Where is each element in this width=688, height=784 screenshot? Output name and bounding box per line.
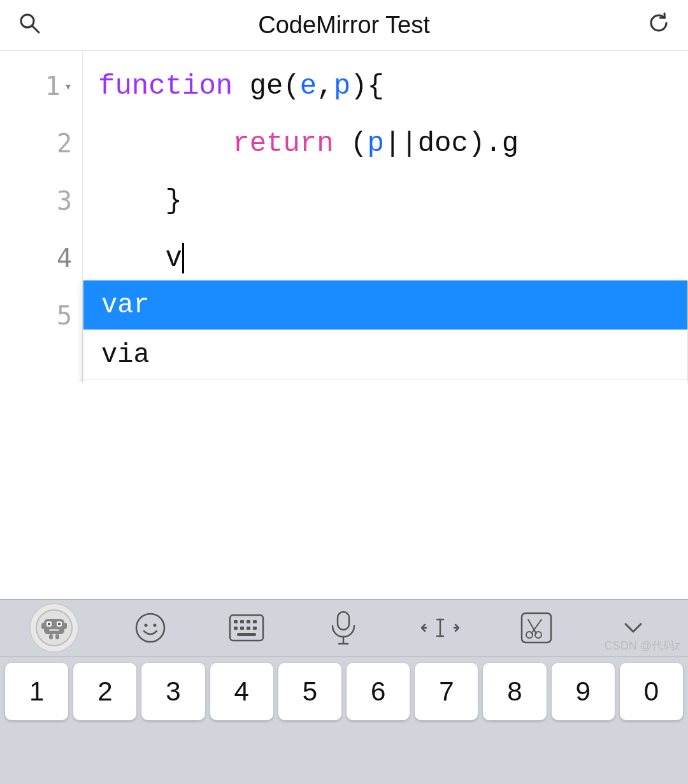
fold-arrow[interactable]: ▾ xyxy=(64,78,72,94)
emoji-button[interactable] xyxy=(125,607,176,648)
line-number-5: 5 xyxy=(0,287,82,344)
svg-rect-23 xyxy=(247,627,250,630)
line-number-2: 2 xyxy=(0,115,82,172)
svg-rect-20 xyxy=(253,620,257,623)
svg-rect-19 xyxy=(247,620,250,623)
num-key-1[interactable]: 1 xyxy=(5,663,68,720)
num-key-9[interactable]: 9 xyxy=(552,663,615,720)
svg-rect-9 xyxy=(41,623,45,629)
code-line-2: return ( p ||doc).g xyxy=(98,115,688,172)
num-key-5[interactable]: 5 xyxy=(278,663,341,720)
svg-rect-22 xyxy=(240,627,244,630)
num-key-6[interactable]: 6 xyxy=(347,663,410,720)
svg-rect-17 xyxy=(234,620,238,623)
svg-rect-18 xyxy=(240,620,244,623)
svg-point-14 xyxy=(144,624,147,627)
svg-rect-24 xyxy=(253,627,257,630)
svg-rect-26 xyxy=(338,612,349,630)
num-key-7[interactable]: 7 xyxy=(415,663,478,720)
svg-rect-12 xyxy=(55,634,59,639)
autocomplete-item-via[interactable]: via xyxy=(83,330,687,380)
search-icon[interactable] xyxy=(18,11,41,40)
autocomplete-item-via-gm[interactable]: via_gm xyxy=(83,380,687,382)
line-numbers-gutter: 1 ▾ 2 3 4 5 xyxy=(0,51,83,382)
svg-rect-7 xyxy=(58,623,61,625)
watermark: CSDN @代码z xyxy=(605,638,680,653)
svg-line-1 xyxy=(32,26,39,33)
line-number-4: 4 xyxy=(0,229,82,287)
svg-rect-8 xyxy=(49,629,59,631)
autocomplete-item-var[interactable]: var xyxy=(83,280,687,330)
cursor-move-button[interactable] xyxy=(415,607,466,648)
text-cursor xyxy=(182,243,184,273)
keyword-function: function xyxy=(98,70,233,102)
num-key-8[interactable]: 8 xyxy=(483,663,546,720)
top-bar: CodeMirror Test xyxy=(0,0,688,51)
svg-rect-25 xyxy=(237,633,256,636)
line-number-1: 1 ▾ xyxy=(0,57,82,115)
num-key-2[interactable]: 2 xyxy=(73,663,136,720)
autocomplete-dropdown[interactable]: var via via_gm via-fake-print via-fake-n… xyxy=(83,280,688,382)
refresh-icon[interactable] xyxy=(647,11,670,40)
num-key-3[interactable]: 3 xyxy=(141,663,204,720)
avatar-button[interactable] xyxy=(29,603,79,653)
svg-rect-21 xyxy=(234,627,238,630)
editor-area: 1 ▾ 2 3 4 5 function ge( e , p ){ xyxy=(0,51,688,382)
code-line-4: v xyxy=(98,229,688,287)
svg-rect-3 xyxy=(44,619,64,634)
keyboard-toolbar xyxy=(0,599,688,657)
microphone-button[interactable] xyxy=(318,607,369,648)
svg-rect-6 xyxy=(48,623,50,625)
svg-point-13 xyxy=(136,614,164,642)
svg-rect-10 xyxy=(63,623,67,629)
code-line-3: } xyxy=(98,172,688,229)
svg-rect-11 xyxy=(49,634,53,639)
line-number-3: 3 xyxy=(0,172,82,229)
num-key-4[interactable]: 4 xyxy=(210,663,273,720)
number-row: 1 2 3 4 5 6 7 8 9 0 xyxy=(0,657,688,784)
page-title: CodeMirror Test xyxy=(258,11,430,39)
code-line-1: function ge( e , p ){ xyxy=(98,57,688,115)
svg-point-15 xyxy=(153,624,156,627)
num-key-0[interactable]: 0 xyxy=(620,663,683,720)
scissors-button[interactable] xyxy=(511,607,562,648)
keyboard-button[interactable] xyxy=(221,607,272,648)
